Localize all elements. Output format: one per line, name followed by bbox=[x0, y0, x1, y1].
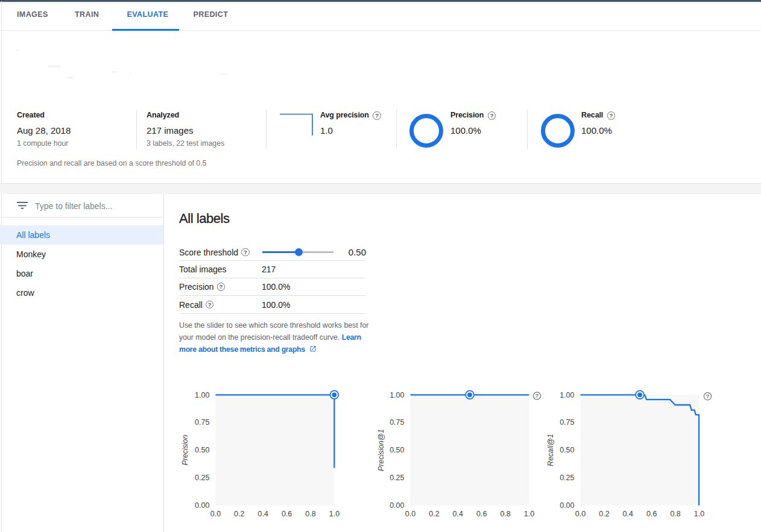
svg-text:0.2: 0.2 bbox=[429, 510, 439, 518]
svg-text:0.0: 0.0 bbox=[210, 510, 221, 518]
svg-text:0.0: 0.0 bbox=[405, 510, 415, 518]
svg-text:0.00: 0.00 bbox=[390, 501, 404, 510]
svg-text:0.50: 0.50 bbox=[390, 446, 404, 454]
svg-text:1.0: 1.0 bbox=[694, 510, 704, 518]
svg-text:1.00: 1.00 bbox=[195, 391, 209, 399]
svg-text:Precision@1: Precision@1 bbox=[377, 429, 385, 471]
svg-text:0.00: 0.00 bbox=[195, 501, 209, 510]
svg-text:0.6: 0.6 bbox=[476, 510, 487, 518]
svg-text:0.75: 0.75 bbox=[195, 418, 209, 427]
svg-text:0.50: 0.50 bbox=[195, 446, 209, 454]
svg-text:0.4: 0.4 bbox=[623, 510, 633, 518]
svg-text:0.8: 0.8 bbox=[305, 510, 315, 518]
svg-text:Recall@1: Recall@1 bbox=[546, 434, 555, 466]
svg-text:1.00: 1.00 bbox=[560, 391, 574, 399]
svg-text:?: ? bbox=[706, 393, 710, 399]
svg-text:0.4: 0.4 bbox=[258, 510, 268, 518]
svg-text:0.8: 0.8 bbox=[500, 510, 510, 518]
svg-text:0.25: 0.25 bbox=[560, 474, 574, 482]
svg-text:0.75: 0.75 bbox=[390, 418, 404, 427]
svg-text:?: ? bbox=[535, 392, 539, 399]
svg-text:1.0: 1.0 bbox=[329, 510, 339, 518]
svg-text:0.75: 0.75 bbox=[560, 418, 574, 427]
svg-text:0.6: 0.6 bbox=[646, 510, 657, 518]
svg-text:0.25: 0.25 bbox=[390, 474, 404, 482]
svg-text:0.0: 0.0 bbox=[575, 510, 586, 518]
svg-text:0.25: 0.25 bbox=[195, 474, 209, 482]
svg-text:0.2: 0.2 bbox=[234, 510, 244, 518]
svg-text:0.4: 0.4 bbox=[453, 510, 463, 518]
svg-text:0.00: 0.00 bbox=[560, 501, 574, 510]
svg-text:Precision: Precision bbox=[181, 435, 189, 466]
svg-text:0.8: 0.8 bbox=[670, 510, 680, 518]
svg-text:1.00: 1.00 bbox=[390, 391, 404, 399]
svg-text:0.6: 0.6 bbox=[282, 510, 292, 518]
svg-text:1.0: 1.0 bbox=[524, 510, 534, 518]
svg-text:0.50: 0.50 bbox=[560, 446, 574, 454]
svg-text:0.2: 0.2 bbox=[599, 510, 609, 518]
